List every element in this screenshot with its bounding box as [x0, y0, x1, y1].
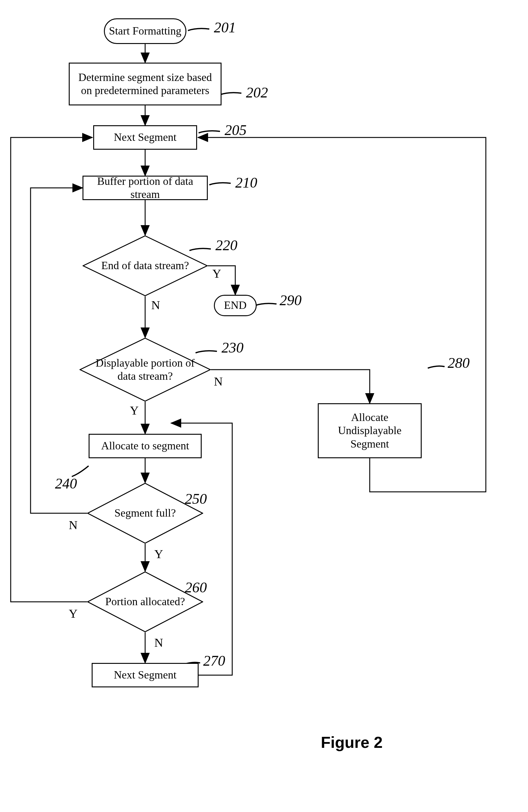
- edge-label-250-n: N: [69, 518, 77, 532]
- segment-full-label: Segment full?: [115, 507, 176, 520]
- ref-270: 270: [203, 652, 225, 669]
- ref-260: 260: [185, 579, 207, 596]
- buffer-portion-label: Buffer portion of data stream: [87, 175, 203, 201]
- allocate-to-segment-label: Allocate to segment: [101, 439, 189, 452]
- end-terminator: END: [214, 295, 257, 316]
- displayable-decision: Displayable portion of data stream?: [80, 337, 211, 402]
- start-terminator: Start Formatting: [104, 18, 186, 44]
- end-label: END: [224, 299, 246, 312]
- edge-label-260-y: Y: [69, 606, 77, 621]
- ref-290: 290: [280, 292, 302, 308]
- ref-240: 240: [55, 475, 77, 492]
- determine-segment-size-process: Determine segment size based on predeter…: [69, 63, 222, 105]
- figure-title: Figure 2: [321, 733, 383, 752]
- displayable-label: Displayable portion of data stream?: [95, 357, 196, 383]
- ref-230: 230: [222, 339, 244, 356]
- edge-label-250-y: Y: [154, 547, 163, 561]
- buffer-portion-process: Buffer portion of data stream: [83, 176, 208, 200]
- ref-202: 202: [246, 84, 268, 101]
- next-segment-process-270: Next Segment: [92, 663, 199, 687]
- determine-segment-size-label: Determine segment size based on predeter…: [73, 71, 217, 97]
- edge-label-230-n: N: [214, 374, 223, 389]
- edge-label-220-y: Y: [212, 266, 221, 281]
- edge-label-260-n: N: [154, 635, 163, 650]
- end-of-stream-decision: End of data stream?: [83, 235, 208, 296]
- next-segment-process-205: Next Segment: [93, 125, 197, 150]
- ref-280: 280: [448, 354, 470, 371]
- ref-220: 220: [215, 237, 238, 253]
- allocate-undisplayable-segment-process: Allocate Undisplayable Segment: [318, 403, 422, 458]
- allocate-to-segment-process: Allocate to segment: [89, 434, 202, 458]
- ref-210: 210: [235, 174, 257, 191]
- ref-250: 250: [185, 490, 207, 507]
- edge-label-220-n: N: [151, 298, 160, 312]
- next-segment-270-label: Next Segment: [114, 668, 176, 682]
- allocate-undisplayable-label: Allocate Undisplayable Segment: [322, 411, 417, 451]
- edge-label-230-y: Y: [130, 403, 139, 418]
- end-of-stream-label: End of data stream?: [101, 259, 189, 272]
- ref-201: 201: [214, 19, 236, 36]
- portion-allocated-label: Portion allocated?: [105, 595, 185, 608]
- start-label: Start Formatting: [109, 25, 182, 38]
- next-segment-205-label: Next Segment: [114, 131, 176, 144]
- ref-205: 205: [225, 121, 246, 139]
- connectors-layer: [0, 0, 528, 812]
